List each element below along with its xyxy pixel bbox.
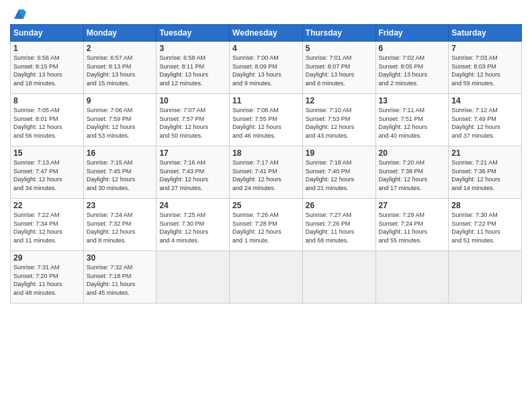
- calendar-cell-2-3: 18Sunrise: 7:17 AM Sunset: 7:41 PM Dayli…: [230, 146, 303, 199]
- day-info: Sunrise: 7:06 AM Sunset: 7:59 PM Dayligh…: [87, 106, 154, 140]
- day-number: 14: [451, 96, 519, 105]
- calendar-cell-0-4: 5Sunrise: 7:01 AM Sunset: 8:07 PM Daylig…: [302, 42, 375, 94]
- day-info: Sunrise: 7:15 AM Sunset: 7:45 PM Dayligh…: [87, 158, 154, 192]
- calendar-cell-2-5: 20Sunrise: 7:20 AM Sunset: 7:38 PM Dayli…: [375, 146, 449, 199]
- day-info: Sunrise: 7:30 AM Sunset: 7:22 PM Dayligh…: [451, 211, 519, 244]
- calendar-cell-3-2: 24Sunrise: 7:25 AM Sunset: 7:30 PM Dayli…: [157, 199, 230, 251]
- day-info: Sunrise: 6:58 AM Sunset: 8:11 PM Dayligh…: [159, 54, 226, 87]
- calendar-cell-4-1: 30Sunrise: 7:32 AM Sunset: 7:18 PM Dayli…: [83, 251, 157, 304]
- calendar-header-row: SundayMondayTuesdayWednesdayThursdayFrid…: [11, 25, 522, 42]
- day-number: 17: [159, 148, 226, 158]
- day-info: Sunrise: 7:08 AM Sunset: 7:55 PM Dayligh…: [232, 106, 300, 140]
- header: [10, 7, 522, 20]
- day-info: Sunrise: 7:01 AM Sunset: 8:07 PM Dayligh…: [306, 54, 373, 87]
- calendar-cell-1-6: 14Sunrise: 7:12 AM Sunset: 7:49 PM Dayli…: [449, 94, 522, 146]
- day-info: Sunrise: 7:27 AM Sunset: 7:26 PM Dayligh…: [306, 211, 373, 244]
- calendar-cell-0-0: 1Sunrise: 6:56 AM Sunset: 8:15 PM Daylig…: [11, 42, 84, 94]
- day-number: 30: [87, 253, 154, 263]
- day-info: Sunrise: 7:16 AM Sunset: 7:43 PM Dayligh…: [159, 158, 226, 192]
- calendar-header-monday: Monday: [83, 25, 157, 42]
- day-info: Sunrise: 7:12 AM Sunset: 7:49 PM Dayligh…: [451, 106, 519, 140]
- day-number: 24: [159, 201, 226, 210]
- calendar-cell-1-5: 13Sunrise: 7:11 AM Sunset: 7:51 PM Dayli…: [375, 94, 449, 146]
- calendar-cell-3-6: 28Sunrise: 7:30 AM Sunset: 7:22 PM Dayli…: [449, 199, 522, 251]
- calendar-cell-3-1: 23Sunrise: 7:24 AM Sunset: 7:32 PM Dayli…: [83, 199, 157, 251]
- day-info: Sunrise: 7:26 AM Sunset: 7:28 PM Dayligh…: [232, 211, 300, 244]
- day-info: Sunrise: 7:02 AM Sunset: 8:05 PM Dayligh…: [379, 54, 446, 87]
- calendar-week-1: 8Sunrise: 7:05 AM Sunset: 8:01 PM Daylig…: [11, 94, 522, 146]
- day-info: Sunrise: 7:07 AM Sunset: 7:57 PM Dayligh…: [159, 106, 226, 140]
- day-info: Sunrise: 6:56 AM Sunset: 8:15 PM Dayligh…: [13, 54, 81, 87]
- day-info: Sunrise: 7:11 AM Sunset: 7:51 PM Dayligh…: [379, 106, 446, 140]
- day-number: 20: [379, 148, 446, 158]
- logo: [10, 9, 26, 20]
- calendar-cell-1-3: 11Sunrise: 7:08 AM Sunset: 7:55 PM Dayli…: [230, 94, 303, 146]
- calendar-table: SundayMondayTuesdayWednesdayThursdayFrid…: [10, 24, 522, 304]
- day-info: Sunrise: 7:17 AM Sunset: 7:41 PM Dayligh…: [232, 158, 300, 192]
- day-info: Sunrise: 7:25 AM Sunset: 7:30 PM Dayligh…: [159, 211, 226, 244]
- calendar-cell-3-3: 25Sunrise: 7:26 AM Sunset: 7:28 PM Dayli…: [230, 199, 303, 251]
- calendar-cell-4-2: [157, 251, 230, 304]
- day-number: 4: [232, 44, 300, 53]
- day-number: 1: [13, 44, 81, 53]
- calendar-week-4: 29Sunrise: 7:31 AM Sunset: 7:20 PM Dayli…: [11, 251, 522, 304]
- day-number: 29: [13, 253, 81, 263]
- calendar-cell-1-2: 10Sunrise: 7:07 AM Sunset: 7:57 PM Dayli…: [157, 94, 230, 146]
- day-info: Sunrise: 7:05 AM Sunset: 8:01 PM Dayligh…: [13, 106, 81, 140]
- calendar-body: 1Sunrise: 6:56 AM Sunset: 8:15 PM Daylig…: [11, 42, 522, 304]
- day-number: 2: [87, 44, 154, 53]
- day-info: Sunrise: 7:00 AM Sunset: 8:09 PM Dayligh…: [232, 54, 300, 87]
- day-number: 19: [306, 148, 373, 158]
- calendar-cell-2-4: 19Sunrise: 7:18 AM Sunset: 7:40 PM Dayli…: [302, 146, 375, 199]
- calendar-cell-4-3: [230, 251, 303, 304]
- calendar-cell-0-2: 3Sunrise: 6:58 AM Sunset: 8:11 PM Daylig…: [157, 42, 230, 94]
- calendar-cell-0-6: 7Sunrise: 7:03 AM Sunset: 8:03 PM Daylig…: [449, 42, 522, 94]
- day-number: 7: [451, 44, 519, 53]
- calendar-header-sunday: Sunday: [11, 25, 84, 42]
- calendar-cell-4-5: [375, 251, 449, 304]
- day-number: 28: [451, 201, 519, 210]
- day-info: Sunrise: 7:32 AM Sunset: 7:18 PM Dayligh…: [87, 263, 154, 297]
- day-number: 18: [232, 148, 300, 158]
- calendar-cell-2-2: 17Sunrise: 7:16 AM Sunset: 7:43 PM Dayli…: [157, 146, 230, 199]
- day-number: 23: [87, 201, 154, 210]
- calendar-cell-1-4: 12Sunrise: 7:10 AM Sunset: 7:53 PM Dayli…: [302, 94, 375, 146]
- day-number: 25: [232, 201, 300, 210]
- logo-icon: [11, 7, 26, 21]
- calendar-cell-1-0: 8Sunrise: 7:05 AM Sunset: 8:01 PM Daylig…: [11, 94, 84, 146]
- calendar-cell-3-5: 27Sunrise: 7:29 AM Sunset: 7:24 PM Dayli…: [375, 199, 449, 251]
- day-number: 12: [306, 96, 373, 105]
- calendar-header-saturday: Saturday: [449, 25, 522, 42]
- calendar-week-3: 22Sunrise: 7:22 AM Sunset: 7:34 PM Dayli…: [11, 199, 522, 251]
- day-number: 6: [379, 44, 446, 53]
- day-number: 13: [379, 96, 446, 105]
- day-number: 22: [13, 201, 81, 210]
- day-number: 8: [13, 96, 81, 105]
- day-number: 16: [87, 148, 154, 158]
- day-info: Sunrise: 7:10 AM Sunset: 7:53 PM Dayligh…: [306, 106, 373, 140]
- calendar-cell-2-0: 15Sunrise: 7:13 AM Sunset: 7:47 PM Dayli…: [11, 146, 84, 199]
- calendar-week-0: 1Sunrise: 6:56 AM Sunset: 8:15 PM Daylig…: [11, 42, 522, 94]
- day-number: 11: [232, 96, 300, 105]
- day-number: 9: [87, 96, 154, 105]
- calendar-cell-3-0: 22Sunrise: 7:22 AM Sunset: 7:34 PM Dayli…: [11, 199, 84, 251]
- day-info: Sunrise: 7:29 AM Sunset: 7:24 PM Dayligh…: [379, 211, 446, 244]
- calendar-cell-0-5: 6Sunrise: 7:02 AM Sunset: 8:05 PM Daylig…: [375, 42, 449, 94]
- day-info: Sunrise: 7:18 AM Sunset: 7:40 PM Dayligh…: [306, 158, 373, 192]
- calendar-header-wednesday: Wednesday: [230, 25, 303, 42]
- calendar-cell-1-1: 9Sunrise: 7:06 AM Sunset: 7:59 PM Daylig…: [83, 94, 157, 146]
- calendar-cell-3-4: 26Sunrise: 7:27 AM Sunset: 7:26 PM Dayli…: [302, 199, 375, 251]
- calendar-cell-0-1: 2Sunrise: 6:57 AM Sunset: 8:13 PM Daylig…: [83, 42, 157, 94]
- calendar-header-thursday: Thursday: [302, 25, 375, 42]
- day-info: Sunrise: 7:21 AM Sunset: 7:36 PM Dayligh…: [451, 158, 519, 192]
- calendar-cell-4-4: [302, 251, 375, 304]
- day-number: 10: [159, 96, 226, 105]
- calendar-cell-4-6: [449, 251, 522, 304]
- day-info: Sunrise: 7:22 AM Sunset: 7:34 PM Dayligh…: [13, 211, 81, 244]
- day-info: Sunrise: 6:57 AM Sunset: 8:13 PM Dayligh…: [87, 54, 154, 87]
- day-number: 21: [451, 148, 519, 158]
- calendar-header-tuesday: Tuesday: [157, 25, 230, 42]
- calendar-header-friday: Friday: [375, 25, 449, 42]
- page-container: SundayMondayTuesdayWednesdayThursdayFrid…: [0, 0, 532, 310]
- day-number: 26: [306, 201, 373, 210]
